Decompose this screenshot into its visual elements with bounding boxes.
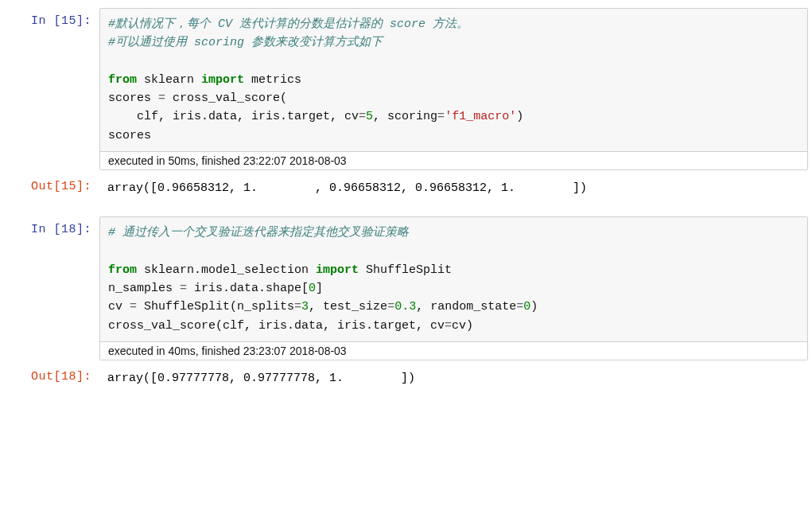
number: 0.3 [394,300,416,313]
output-cell-18: Out[18]: array([0.97777778, 0.97777778, … [4,364,808,395]
code-text: ) [516,110,523,123]
module-name: metrics [244,73,301,87]
module-name: sklearn.model_selection [137,263,316,277]
in-prompt-15: In [15]: [4,8,99,170]
number: 0 [309,282,316,295]
op-eq: = [516,300,523,313]
code-text: ShuffleSplit(n_splits [137,300,294,313]
kw-import: import [316,263,359,277]
op-eq: = [387,300,394,313]
op-eq: = [158,92,165,105]
input-area-18[interactable]: # 通过传入一个交叉验证迭代器来指定其他交叉验证策略 from sklearn.… [99,216,808,360]
code-text: cross_val_score( [165,92,287,105]
module-name: sklearn [137,73,201,87]
comment: #默认情况下，每个 CV 迭代计算的分数是估计器的 score 方法。 [108,18,468,31]
exec-time-18: executed in 40ms, finished 23:23:07 2018… [100,341,807,360]
in-prompt-18: In [18]: [4,216,99,360]
code-text: iris.data.shape[ [187,282,309,295]
input-cell-18: In [18]: # 通过传入一个交叉验证迭代器来指定其他交叉验证策略 from… [4,216,808,360]
code-text: cv) [452,319,473,333]
input-area-15[interactable]: #默认情况下，每个 CV 迭代计算的分数是估计器的 score 方法。 #可以通… [99,8,808,170]
kw-import: import [201,73,244,87]
code-text: scores [108,92,158,105]
string: 'f1_macro' [445,110,516,123]
kw-from: from [108,73,137,87]
comment: #可以通过使用 scoring 参数来改变计算方式如下 [108,36,383,49]
number: 5 [366,110,373,123]
op-eq: = [359,110,366,123]
code-text: scores [108,129,151,142]
output-cell-15: Out[15]: array([0.96658312, 1. , 0.96658… [4,173,808,204]
cell-gap [4,207,808,216]
kw-from: from [108,263,137,277]
op-eq: = [437,110,445,123]
out-prompt-18: Out[18]: [4,364,99,395]
code-text: cv [108,300,130,313]
output-area-18: array([0.97777778, 0.97777778, 1. ]) [99,364,808,395]
code-text: ) [530,300,538,313]
input-cell-15: In [15]: #默认情况下，每个 CV 迭代计算的分数是估计器的 score… [4,8,808,170]
exec-time-15: executed in 50ms, finished 23:22:07 2018… [100,151,807,169]
number: 0 [523,300,530,313]
out-prompt-15: Out[15]: [4,173,99,204]
code-area-18[interactable]: # 通过传入一个交叉验证迭代器来指定其他交叉验证策略 from sklearn.… [100,217,807,341]
output-area-15: array([0.96658312, 1. , 0.96658312, 0.96… [99,173,808,204]
op-eq: = [294,300,301,313]
op-eq: = [130,300,137,313]
code-text: cross_val_score(clf, iris.data, iris.tar… [108,319,445,333]
code-text: , test_size [309,300,387,313]
code-area-15[interactable]: #默认情况下，每个 CV 迭代计算的分数是估计器的 score 方法。 #可以通… [100,9,807,151]
code-text: , scoring [373,110,437,123]
number: 3 [301,300,309,313]
code-text: n_samples [108,282,180,295]
code-text: ] [316,282,323,295]
module-name: ShuffleSplit [359,263,452,277]
code-text: , random_state [416,300,516,313]
op-eq: = [445,319,452,333]
comment: # 通过传入一个交叉验证迭代器来指定其他交叉验证策略 [108,226,409,239]
code-text: clf, iris.data, iris.target, cv [108,110,359,123]
op-eq: = [180,282,187,295]
